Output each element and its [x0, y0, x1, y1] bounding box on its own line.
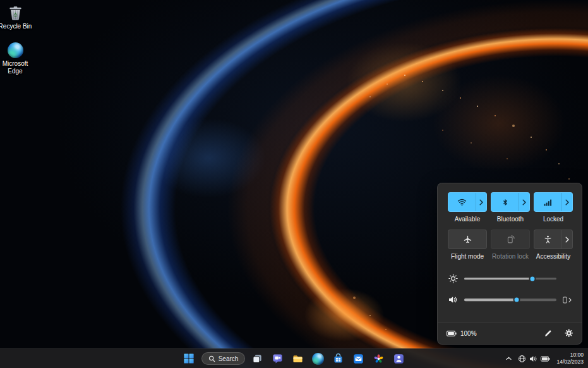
cellular-toggle[interactable]: [534, 192, 573, 212]
rotation-lock-toggle[interactable]: [491, 230, 530, 249]
wifi-icon: [448, 193, 476, 211]
wifi-chevron-icon[interactable]: [476, 193, 486, 211]
bluetooth-label: Bluetooth: [497, 216, 524, 223]
volume-slider[interactable]: [464, 295, 556, 304]
edge-icon: [7, 42, 23, 58]
tray-expand-button[interactable]: [506, 357, 512, 360]
task-view-button[interactable]: [249, 351, 265, 367]
taskbar: Search: [0, 348, 588, 368]
accessibility-toggle[interactable]: [534, 230, 573, 249]
store-button[interactable]: [330, 351, 346, 367]
edge-icon: [312, 353, 324, 365]
pencil-icon: [544, 329, 552, 338]
clock-date: 14/02/2023: [556, 359, 584, 365]
flight-mode-label: Flight mode: [451, 253, 484, 260]
network-globe-icon: [518, 355, 526, 363]
microsoft-teams-icon: [393, 353, 404, 364]
wallpaper-particles: [0, 0, 1, 1]
battery-percent-label: 100%: [460, 330, 477, 337]
search-icon: [208, 355, 215, 362]
wifi-toggle[interactable]: [448, 192, 487, 212]
chevron-right-icon: [568, 297, 572, 303]
microsoft-store-icon: [333, 353, 344, 364]
clock-time: 10:00: [556, 352, 584, 359]
settings-button[interactable]: [565, 329, 573, 338]
flight-mode-toggle[interactable]: [448, 230, 487, 249]
quick-settings-panel: Available Bluetooth: [437, 183, 582, 345]
chat-icon: [272, 353, 283, 364]
cellular-label: Locked: [543, 216, 563, 223]
brightness-row: [448, 274, 572, 283]
photos-button[interactable]: [371, 351, 387, 367]
photos-icon: [373, 353, 384, 364]
wifi-label: Available: [455, 216, 480, 223]
gear-icon: [565, 329, 573, 338]
quick-settings-grid: Available Bluetooth: [448, 192, 572, 260]
quick-settings-footer: 100%: [438, 322, 582, 344]
recycle-bin-icon: [7, 4, 23, 21]
edge-shortcut-label: Microsoft Edge: [0, 60, 33, 75]
recycle-bin-label: Recycle Bin: [0, 23, 32, 30]
accessibility-chevron-icon[interactable]: [561, 230, 572, 248]
brightness-icon: [448, 274, 458, 283]
file-explorer-button[interactable]: [290, 351, 306, 367]
battery-status[interactable]: 100%: [447, 330, 477, 337]
search-box[interactable]: Search: [201, 352, 246, 365]
chat-button[interactable]: [270, 351, 285, 367]
mail-icon: [353, 353, 364, 364]
accessibility-icon: [534, 230, 561, 248]
brightness-slider[interactable]: [464, 274, 556, 283]
rotation-lock-icon: [491, 230, 529, 248]
cellular-chevron-icon[interactable]: [561, 193, 572, 211]
mail-button[interactable]: [351, 351, 366, 367]
volume-slider-thumb[interactable]: [513, 297, 520, 304]
cellular-signal-icon: [534, 193, 561, 211]
accessibility-label: Accessibility: [536, 253, 570, 260]
airplane-icon: [448, 230, 486, 248]
windows-start-icon: [184, 353, 194, 364]
desktop: Recycle Bin Microsoft Edge: [0, 0, 588, 368]
battery-icon: [447, 331, 457, 336]
search-label: Search: [219, 355, 239, 362]
chevron-up-icon: [506, 357, 512, 360]
battery-tray-icon: [541, 356, 550, 362]
volume-row: [448, 295, 572, 304]
volume-tray-icon: [529, 355, 537, 362]
clock[interactable]: 10:00 14/02/2023: [556, 352, 585, 365]
edge-shortcut[interactable]: Microsoft Edge: [0, 42, 33, 75]
recycle-bin-shortcut[interactable]: Recycle Bin: [0, 4, 33, 30]
brightness-slider-thumb[interactable]: [529, 275, 536, 282]
task-view-icon: [252, 353, 263, 364]
start-button[interactable]: [181, 351, 197, 367]
teams-button[interactable]: [391, 351, 407, 367]
audio-output-selector[interactable]: [556, 297, 572, 304]
edit-quick-settings-button[interactable]: [544, 329, 552, 338]
file-explorer-icon: [292, 353, 303, 364]
bluetooth-chevron-icon[interactable]: [519, 193, 529, 211]
audio-device-icon: [563, 297, 567, 304]
bluetooth-toggle[interactable]: [491, 192, 530, 212]
rotation-lock-label: Rotation lock: [492, 253, 529, 260]
system-tray-cluster[interactable]: [516, 353, 552, 364]
edge-button[interactable]: [310, 351, 326, 367]
speaker-icon: [448, 296, 458, 304]
bluetooth-icon: [491, 193, 519, 211]
